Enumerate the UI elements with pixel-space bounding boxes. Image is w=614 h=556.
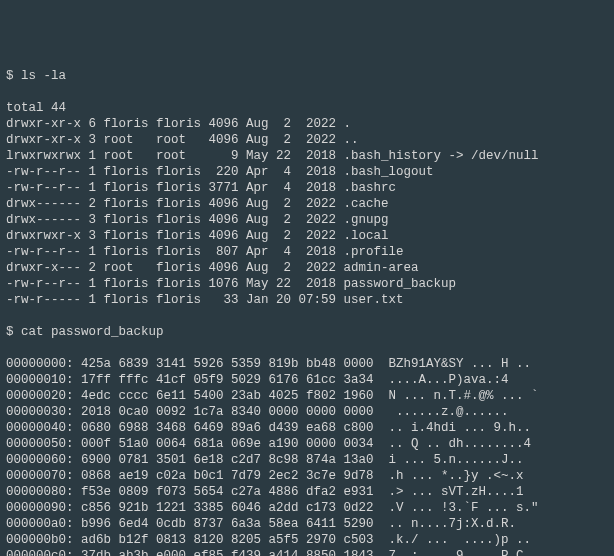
ls-row: drwx------ 3 floris floris 4096 Aug 2 20… bbox=[6, 212, 608, 228]
ls-row: drwx------ 2 floris floris 4096 Aug 2 20… bbox=[6, 196, 608, 212]
ls-row: drwxr-xr-x 3 root root 4096 Aug 2 2022 .… bbox=[6, 132, 608, 148]
ls-row: -rw-r----- 1 floris floris 33 Jan 20 07:… bbox=[6, 292, 608, 308]
hexdump-output-block: 00000000: 425a 6839 3141 5926 5359 819b … bbox=[6, 356, 608, 556]
ls-row: drwxrwxr-x 3 floris floris 4096 Aug 2 20… bbox=[6, 228, 608, 244]
hexdump-row: 00000080: f53e 0809 f073 5654 c27a 4886 … bbox=[6, 484, 608, 500]
ls-output-block: total 44drwxr-xr-x 6 floris floris 4096 … bbox=[6, 100, 608, 308]
hexdump-row: 000000c0: 37db ab3b e000 ef85 f439 a414 … bbox=[6, 548, 608, 556]
hexdump-row: 00000030: 2018 0ca0 0092 1c7a 8340 0000 … bbox=[6, 404, 608, 420]
ls-row: drwxr-xr-x 6 floris floris 4096 Aug 2 20… bbox=[6, 116, 608, 132]
hexdump-row: 00000090: c856 921b 1221 3385 6046 a2dd … bbox=[6, 500, 608, 516]
hexdump-row: 00000020: 4edc cccc 6e11 5400 23ab 4025 … bbox=[6, 388, 608, 404]
hexdump-row: 00000060: 6900 0781 3501 6e18 c2d7 8c98 … bbox=[6, 452, 608, 468]
ls-row: lrwxrwxrwx 1 root root 9 May 22 2018 .ba… bbox=[6, 148, 608, 164]
hexdump-row: 000000b0: ad6b b12f 0813 8120 8205 a5f5 … bbox=[6, 532, 608, 548]
ls-row: total 44 bbox=[6, 100, 608, 116]
hexdump-row: 00000070: 0868 ae19 c02a b0c1 7d79 2ec2 … bbox=[6, 468, 608, 484]
ls-row: -rw-r--r-- 1 floris floris 1076 May 22 2… bbox=[6, 276, 608, 292]
ls-row: drwxr-x--- 2 root floris 4096 Aug 2 2022… bbox=[6, 260, 608, 276]
command-line-1: $ ls -la bbox=[6, 68, 608, 84]
hexdump-row: 00000000: 425a 6839 3141 5926 5359 819b … bbox=[6, 356, 608, 372]
ls-row: -rw-r--r-- 1 floris floris 807 Apr 4 201… bbox=[6, 244, 608, 260]
ls-row: -rw-r--r-- 1 floris floris 3771 Apr 4 20… bbox=[6, 180, 608, 196]
ls-row: -rw-r--r-- 1 floris floris 220 Apr 4 201… bbox=[6, 164, 608, 180]
hexdump-row: 00000040: 0680 6988 3468 6469 89a6 d439 … bbox=[6, 420, 608, 436]
command-line-2: $ cat password_backup bbox=[6, 324, 608, 340]
hexdump-row: 00000010: 17ff fffc 41cf 05f9 5029 6176 … bbox=[6, 372, 608, 388]
hexdump-row: 00000050: 000f 51a0 0064 681a 069e a190 … bbox=[6, 436, 608, 452]
hexdump-row: 000000a0: b996 6ed4 0cdb 8737 6a3a 58ea … bbox=[6, 516, 608, 532]
